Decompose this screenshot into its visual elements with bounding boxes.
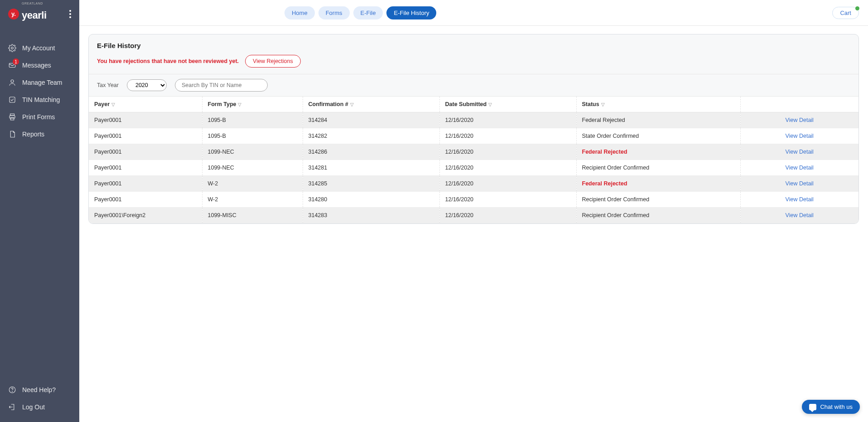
confirmation-cell: 314283 xyxy=(303,208,439,223)
brand-super: GREATLAND xyxy=(22,2,47,5)
chat-bubble-icon xyxy=(809,404,816,410)
user-icon xyxy=(8,78,16,87)
sidebar-item-print-forms[interactable]: Print Forms xyxy=(0,108,79,126)
sidebar-item-label: Log Out xyxy=(22,403,45,411)
form-type-cell: 1099-MISC xyxy=(202,208,303,223)
status-cell: State Order Confirmed xyxy=(576,128,740,144)
date-cell: 12/16/2020 xyxy=(439,192,576,208)
column-header-form-type[interactable]: Form Type▽ xyxy=(202,97,303,112)
view-detail-link[interactable]: View Detail xyxy=(746,212,854,218)
status-cell: Recipient Order Confirmed xyxy=(576,160,740,176)
tab-e-file[interactable]: E-File xyxy=(353,6,383,19)
view-detail-link[interactable]: View Detail xyxy=(746,165,854,171)
sidebar-item-label: Print Forms xyxy=(22,113,55,121)
confirmation-cell: 314280 xyxy=(303,192,439,208)
action-cell: View Detail xyxy=(740,208,858,223)
sidebar-item-log-out[interactable]: Log Out xyxy=(0,398,79,416)
tab-e-file-history[interactable]: E-File History xyxy=(386,6,436,19)
confirmation-cell: 314285 xyxy=(303,176,439,192)
filter-row: Tax Year 2020 xyxy=(89,74,858,96)
action-cell: View Detail xyxy=(740,176,858,192)
status-cell: Federal Rejected xyxy=(576,112,740,128)
sidebar-item-tin-matching[interactable]: TIN Matching xyxy=(0,91,79,108)
form-type-cell: 1099-NEC xyxy=(202,160,303,176)
sidebar-item-need-help[interactable]: Need Help? xyxy=(0,381,79,398)
help-icon xyxy=(8,386,16,394)
top-tabs: HomeFormsE-FileE-File History xyxy=(285,6,437,19)
column-header-date-submitted[interactable]: Date Submitted▽ xyxy=(439,97,576,112)
action-cell: View Detail xyxy=(740,144,858,160)
printer-icon xyxy=(8,113,16,121)
table-row: Payer00011099-NEC31428112/16/2020Recipie… xyxy=(89,160,858,176)
messages-badge: 1 xyxy=(13,58,19,65)
check-square-icon xyxy=(8,96,16,104)
chat-label: Chat with us xyxy=(820,403,853,410)
view-detail-link[interactable]: View Detail xyxy=(746,117,854,123)
sidebar-footer: Need Help? Log Out xyxy=(0,381,79,422)
view-rejections-button[interactable]: View Rejections xyxy=(245,55,301,68)
tax-year-select[interactable]: 2020 xyxy=(127,79,167,91)
column-header-confirmation-[interactable]: Confirmation #▽ xyxy=(303,97,439,112)
tab-forms[interactable]: Forms xyxy=(318,6,350,19)
sidebar-item-label: My Account xyxy=(22,44,55,52)
payer-cell: Payer0001 xyxy=(89,192,202,208)
chat-with-us-button[interactable]: Chat with us xyxy=(802,400,860,414)
sort-caret-icon: ▽ xyxy=(238,102,241,107)
table-row: Payer0001\Foreign21099-MISC31428312/16/2… xyxy=(89,208,858,223)
column-header-payer[interactable]: Payer▽ xyxy=(89,97,202,112)
form-type-cell: W-2 xyxy=(202,176,303,192)
brand-badge-icon: y. xyxy=(8,9,19,19)
brand-logo[interactable]: y. GREATLAND yearli xyxy=(0,0,79,26)
payer-cell: Payer0001 xyxy=(89,144,202,160)
date-cell: 12/16/2020 xyxy=(439,144,576,160)
status-cell: Recipient Order Confirmed xyxy=(576,208,740,223)
svg-rect-6 xyxy=(10,118,14,120)
status-cell: Federal Rejected xyxy=(576,144,740,160)
sort-caret-icon: ▽ xyxy=(601,102,605,107)
sidebar-item-label: Need Help? xyxy=(22,386,56,393)
topbar: HomeFormsE-FileE-File History Cart xyxy=(79,0,868,26)
table-row: Payer00011095-B31428412/16/2020Federal R… xyxy=(89,112,858,128)
confirmation-cell: 314282 xyxy=(303,128,439,144)
view-detail-link[interactable]: View Detail xyxy=(746,180,854,187)
search-input[interactable] xyxy=(175,79,268,92)
kebab-menu-icon[interactable] xyxy=(69,10,71,18)
svg-point-8 xyxy=(12,391,13,392)
payer-cell: Payer0001 xyxy=(89,160,202,176)
date-cell: 12/16/2020 xyxy=(439,160,576,176)
date-cell: 12/16/2020 xyxy=(439,176,576,192)
form-type-cell: W-2 xyxy=(202,192,303,208)
sidebar-item-my-account[interactable]: My Account xyxy=(0,39,79,57)
form-type-cell: 1095-B xyxy=(202,112,303,128)
payer-cell: Payer0001\Foreign2 xyxy=(89,208,202,223)
view-detail-link[interactable]: View Detail xyxy=(746,196,854,203)
action-cell: View Detail xyxy=(740,192,858,208)
table-row: Payer00011099-NEC31428612/16/2020Federal… xyxy=(89,144,858,160)
sidebar-item-reports[interactable]: Reports xyxy=(0,126,79,143)
svg-rect-3 xyxy=(10,97,15,102)
cart-button[interactable]: Cart xyxy=(832,7,859,19)
tax-year-label: Tax Year xyxy=(97,82,119,88)
sidebar-item-manage-team[interactable]: Manage Team xyxy=(0,74,79,91)
form-type-cell: 1095-B xyxy=(202,128,303,144)
brand-name: yearli xyxy=(22,10,47,21)
form-type-cell: 1099-NEC xyxy=(202,144,303,160)
tab-home[interactable]: Home xyxy=(285,6,315,19)
date-cell: 12/16/2020 xyxy=(439,128,576,144)
view-detail-link[interactable]: View Detail xyxy=(746,133,854,139)
sort-caret-icon: ▽ xyxy=(111,102,115,107)
sidebar-item-label: Messages xyxy=(22,62,51,69)
main: HomeFormsE-FileE-File History Cart E-Fil… xyxy=(79,0,868,422)
column-header-status[interactable]: Status▽ xyxy=(576,97,740,112)
table-row: Payer0001W-231428512/16/2020Federal Reje… xyxy=(89,176,858,192)
confirmation-cell: 314284 xyxy=(303,112,439,128)
confirmation-cell: 314286 xyxy=(303,144,439,160)
action-cell: View Detail xyxy=(740,112,858,128)
table-row: Payer00011095-B31428212/16/2020State Ord… xyxy=(89,128,858,144)
sidebar-item-messages[interactable]: 1 Messages xyxy=(0,57,79,74)
sidebar-nav: My Account 1 Messages Manage Team TIN M xyxy=(0,26,79,143)
svg-point-0 xyxy=(11,47,14,49)
view-detail-link[interactable]: View Detail xyxy=(746,149,854,155)
efile-history-table: Payer▽Form Type▽Confirmation #▽Date Subm… xyxy=(89,96,858,223)
status-cell: Recipient Order Confirmed xyxy=(576,192,740,208)
